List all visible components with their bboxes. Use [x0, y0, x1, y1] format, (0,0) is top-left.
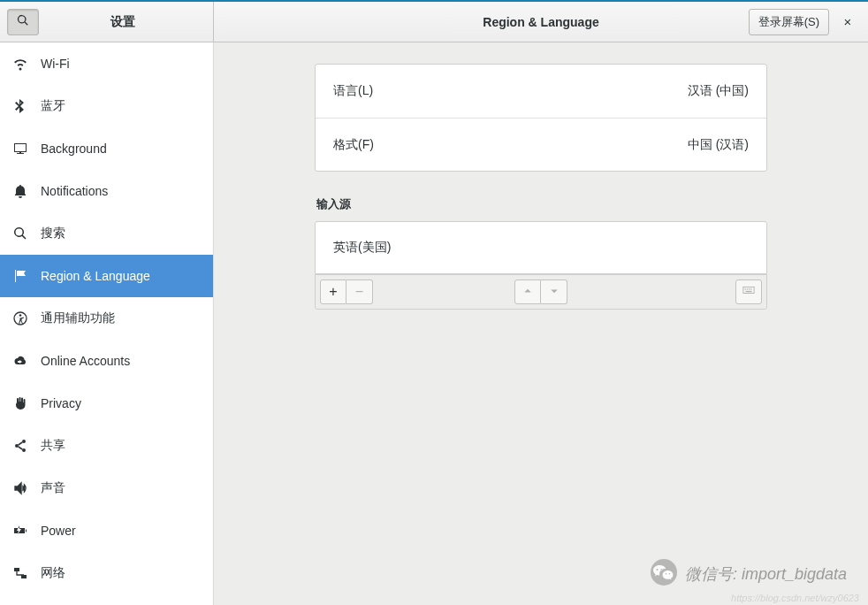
sidebar-item-bluetooth[interactable]: 蓝牙 [0, 85, 213, 127]
sidebar-item-label: Background [41, 142, 107, 156]
input-source-label: 英语(美国) [333, 240, 391, 256]
formats-row[interactable]: 格式(F) 中国 (汉语) [316, 118, 766, 171]
minus-icon: − [355, 284, 363, 300]
language-row[interactable]: 语言(L) 汉语 (中国) [316, 65, 766, 118]
bluetooth-icon [12, 98, 28, 114]
speaker-icon [12, 480, 28, 496]
language-label: 语言(L) [333, 83, 373, 99]
close-button[interactable]: × [834, 9, 861, 35]
background-icon [12, 141, 28, 157]
sidebar-item-label: 声音 [41, 480, 65, 496]
battery-icon [12, 523, 28, 539]
svg-point-4 [22, 448, 26, 452]
sidebar-item-sound[interactable]: 声音 [0, 467, 213, 509]
titlebar: 设置 Region & Language 登录屏幕(S) × [0, 2, 868, 42]
flag-icon [12, 268, 28, 284]
formats-label: 格式(F) [333, 137, 374, 153]
sidebar-item-region-language[interactable]: Region & Language [0, 255, 213, 297]
plus-icon: + [329, 284, 337, 300]
sidebar-item-label: 共享 [41, 438, 65, 454]
svg-point-2 [22, 440, 26, 443]
svg-rect-7 [743, 287, 754, 294]
sidebar-item-label: Power [41, 524, 76, 538]
keyboard-layout-button[interactable] [735, 280, 762, 304]
region-language-list: 语言(L) 汉语 (中国) 格式(F) 中国 (汉语) [315, 64, 767, 172]
sidebar-item-label: Region & Language [41, 269, 150, 283]
move-down-button[interactable] [541, 280, 567, 304]
svg-rect-12 [746, 291, 752, 292]
page-title: Region & Language [483, 15, 598, 29]
keyboard-icon [742, 284, 755, 300]
sidebar-item-label: 网络 [41, 565, 65, 581]
sidebar-item-online-accounts[interactable]: Online Accounts [0, 340, 213, 382]
sidebar-item-universal-access[interactable]: 通用辅助功能 [0, 297, 213, 340]
sidebar-item-notifications[interactable]: Notifications [0, 170, 213, 212]
sidebar-item-wifi[interactable]: Wi-Fi [0, 42, 213, 85]
svg-point-1 [19, 314, 22, 317]
accessibility-icon [12, 310, 28, 326]
svg-rect-9 [747, 288, 748, 289]
formats-value: 中国 (汉语) [688, 137, 749, 153]
titlebar-sidebar-section: 设置 [0, 2, 214, 42]
sidebar-item-label: Online Accounts [41, 354, 130, 368]
search-button[interactable] [7, 9, 39, 35]
input-sources-list: 英语(美国) [315, 221, 767, 274]
sidebar-item-privacy[interactable]: Privacy [0, 382, 213, 425]
chevron-down-icon [549, 284, 560, 300]
cloud-plug-icon [12, 353, 28, 369]
sidebar-item-sharing[interactable]: 共享 [0, 425, 213, 467]
main-panel: 语言(L) 汉语 (中国) 格式(F) 中国 (汉语) 输入源 英语(美国) [214, 42, 868, 605]
sidebar-item-background[interactable]: Background [0, 127, 213, 170]
sidebar-item-power[interactable]: Power [0, 509, 213, 552]
sidebar-item-label: Wi-Fi [41, 57, 70, 71]
hand-icon [12, 395, 28, 411]
sidebar: Wi-Fi 蓝牙 Background Notifications 搜索 Reg… [0, 42, 214, 605]
search-icon [12, 226, 28, 241]
sidebar-item-label: 通用辅助功能 [41, 310, 115, 326]
bell-icon [12, 183, 28, 199]
sidebar-title: 设置 [39, 14, 206, 30]
sidebar-item-label: Notifications [41, 184, 108, 198]
svg-rect-5 [14, 568, 19, 571]
login-screen-button[interactable]: 登录屏幕(S) [749, 9, 829, 35]
svg-rect-8 [745, 288, 746, 289]
input-sources-toolbar: + − [315, 274, 767, 310]
svg-point-3 [15, 444, 19, 448]
search-icon [17, 14, 29, 29]
svg-rect-10 [749, 288, 750, 289]
input-source-row[interactable]: 英语(美国) [316, 222, 766, 273]
sidebar-item-label: Privacy [41, 396, 81, 410]
wifi-icon [12, 56, 28, 72]
sidebar-item-label: 搜索 [41, 226, 65, 241]
move-up-button[interactable] [514, 280, 541, 304]
language-value: 汉语 (中国) [688, 83, 749, 99]
network-icon [12, 565, 28, 581]
share-icon [12, 438, 28, 454]
close-icon: × [844, 14, 852, 29]
add-input-source-button[interactable]: + [320, 280, 346, 304]
sidebar-item-network[interactable]: 网络 [0, 552, 213, 594]
input-sources-heading: 输入源 [316, 196, 767, 212]
sidebar-item-label: 蓝牙 [41, 98, 65, 114]
sidebar-item-search[interactable]: 搜索 [0, 212, 213, 255]
chevron-up-icon [522, 284, 533, 300]
remove-input-source-button[interactable]: − [346, 280, 373, 304]
svg-rect-11 [750, 288, 751, 289]
titlebar-main-section: Region & Language 登录屏幕(S) × [214, 2, 868, 42]
